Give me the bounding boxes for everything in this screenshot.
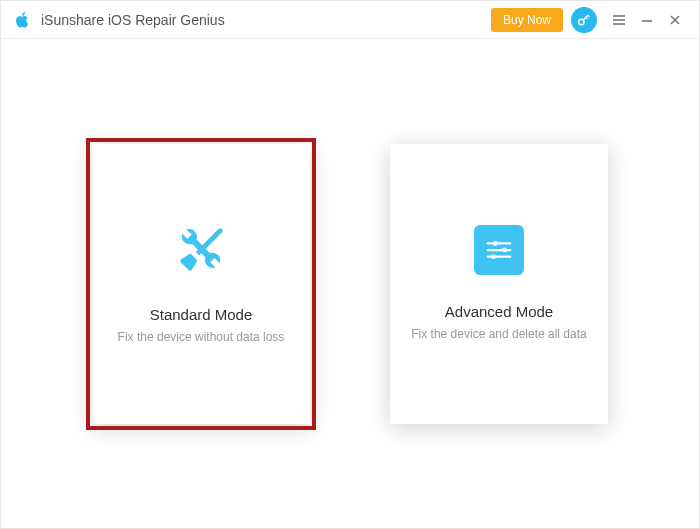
svg-point-12 <box>491 254 496 259</box>
sliders-icon <box>474 225 524 275</box>
close-button[interactable] <box>661 1 689 39</box>
svg-point-10 <box>502 247 507 252</box>
advanced-mode-card[interactable]: Advanced Mode Fix the device and delete … <box>390 144 608 424</box>
standard-mode-card[interactable]: Standard Mode Fix the device without dat… <box>92 144 310 424</box>
main-content: Standard Mode Fix the device without dat… <box>1 39 699 528</box>
standard-mode-title: Standard Mode <box>150 306 253 323</box>
standard-mode-subtitle: Fix the device without data loss <box>104 329 299 346</box>
title-bar: iSunshare iOS Repair Genius Buy Now <box>1 1 699 39</box>
app-logo-icon <box>11 9 33 31</box>
buy-now-button[interactable]: Buy Now <box>491 8 563 32</box>
app-title: iSunshare iOS Repair Genius <box>41 12 225 28</box>
register-key-button[interactable] <box>571 7 597 33</box>
advanced-mode-title: Advanced Mode <box>445 303 553 320</box>
svg-point-0 <box>579 19 584 24</box>
svg-point-8 <box>493 241 498 246</box>
advanced-mode-subtitle: Fix the device and delete all data <box>397 326 600 343</box>
minimize-button[interactable] <box>633 1 661 39</box>
menu-button[interactable] <box>605 1 633 39</box>
tools-icon <box>173 222 229 278</box>
